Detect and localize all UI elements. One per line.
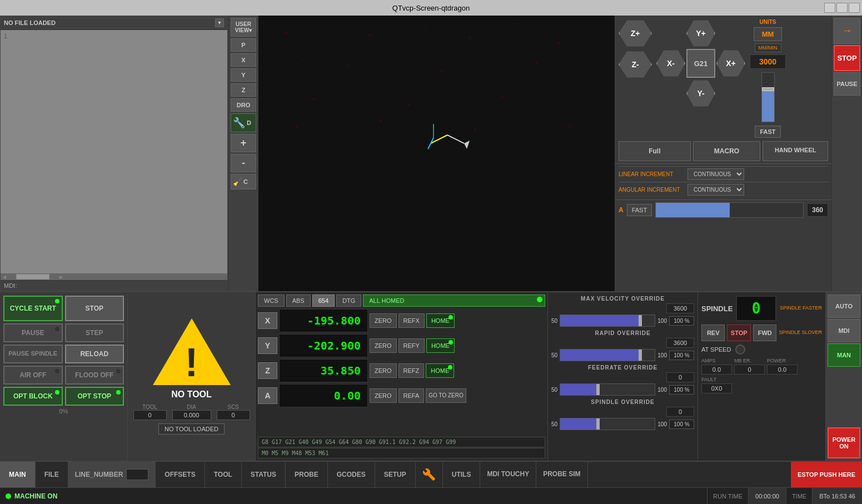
z-refz-button[interactable]: REFZ [398, 363, 425, 378]
zminus-button[interactable]: Z- [619, 50, 652, 79]
spindle-override-slider[interactable] [560, 418, 655, 430]
p-view-button[interactable]: P [231, 38, 256, 52]
angular-increment-select[interactable]: CONTINUOUS [687, 184, 744, 196]
mm-button[interactable]: MM [754, 27, 783, 41]
tab-mdi-touchy[interactable]: MDI TOUCHY [480, 462, 536, 487]
a-zero-button[interactable]: ZERO [370, 388, 397, 403]
estop-button[interactable]: ESTOP PUSH HERE [791, 462, 862, 487]
yminus-button[interactable]: Y- [686, 79, 715, 108]
maximize-button[interactable]: □ [836, 3, 848, 13]
g21-button[interactable]: G21 [686, 49, 715, 78]
tab-utils[interactable]: UTILS [443, 462, 481, 487]
feedrate-slider[interactable] [560, 383, 655, 396]
minimize-button[interactable]: — [824, 3, 835, 13]
plus-view-button[interactable]: + [231, 134, 256, 152]
speed-slider-handle[interactable] [762, 87, 774, 91]
abs-button[interactable]: ABS [286, 295, 311, 307]
user-view-button[interactable]: USER VIEW▾ [231, 18, 256, 37]
z-view-button[interactable]: Z [231, 83, 256, 97]
hand-wheel-button[interactable]: HAND WHEEL [763, 141, 828, 161]
full-button[interactable]: Full [619, 141, 691, 161]
g54-button[interactable]: 654 [312, 295, 335, 307]
mdi-mode-button[interactable]: MDI [828, 319, 860, 342]
zplus-button[interactable]: Z+ [619, 19, 652, 48]
d-view-button[interactable]: 🔧 D [231, 113, 256, 132]
all-homed-button[interactable]: ALL HOMED [363, 295, 545, 307]
fast-button[interactable]: FAST [755, 126, 780, 138]
y-view-button[interactable]: Y [231, 68, 256, 82]
tab-tool[interactable]: TOOL [205, 462, 242, 487]
flood-off-btn[interactable]: FLOOD OFF [65, 366, 124, 385]
scrollbar-thumb[interactable] [16, 274, 49, 280]
y-zero-button[interactable]: ZERO [370, 338, 397, 353]
x-refx-button[interactable]: REFX [398, 313, 425, 328]
x-view-button[interactable]: X [231, 53, 256, 67]
tab-setup[interactable]: SETUP [375, 462, 416, 487]
y-refy-button[interactable]: REFY [398, 338, 425, 353]
rapid-handle[interactable] [639, 350, 642, 361]
spindle-stop-button[interactable]: STOP [727, 325, 750, 341]
a-refa-button[interactable]: REFA [398, 388, 425, 403]
opt-stop-btn[interactable]: OPT STOP [65, 387, 124, 406]
tab-status[interactable]: STATUS [242, 462, 286, 487]
z-zero-button[interactable]: ZERO [370, 363, 397, 378]
x-zero-button[interactable]: ZERO [370, 313, 397, 328]
spindle-override-handle[interactable] [596, 418, 600, 430]
spindle-override-title: SPINDLE OVERRIDE [551, 399, 694, 405]
x-home-button[interactable]: HOME [426, 313, 455, 328]
rev-button[interactable]: REV [701, 325, 725, 341]
speed-slider[interactable] [761, 72, 775, 122]
spindle-info-section: AMPS 0.0 MB ER. 0 POWER 0.0 FAULT 0X0 [701, 358, 822, 393]
wcs-button[interactable]: WCS [258, 295, 285, 307]
z-home-button[interactable]: HOME [426, 363, 454, 378]
pause-button[interactable]: PAUSE [834, 72, 860, 96]
tab-main[interactable]: MAIN [0, 462, 36, 487]
tab-offsets[interactable]: OFFSETS [156, 462, 205, 487]
a-slider[interactable] [655, 202, 804, 218]
goto-zero-button[interactable]: GO TO ZERO [426, 388, 466, 403]
rapid-slider[interactable] [560, 349, 655, 361]
svg-point-5 [469, 37, 471, 39]
tab-file[interactable]: FILE [36, 462, 68, 487]
dtg-button[interactable]: DTG [336, 295, 361, 307]
close-button[interactable]: ✕ [849, 3, 860, 13]
line-number-input[interactable] [126, 469, 148, 480]
stop-button[interactable]: STOP [834, 45, 860, 71]
arrow-right-button[interactable]: → [834, 18, 860, 44]
yplus-button[interactable]: Y+ [686, 19, 715, 48]
c-view-button[interactable]: 🧹 C [231, 174, 256, 189]
viewport[interactable] [258, 16, 615, 291]
power-on-button[interactable]: POWER ON [828, 427, 860, 458]
tab-probe-sim[interactable]: PROBE SIM [536, 462, 587, 487]
pause-btn-cycle[interactable]: PAUSE [3, 323, 63, 342]
stop-btn-cycle[interactable]: STOP [65, 296, 124, 321]
reload-btn[interactable]: RELOAD [65, 345, 124, 363]
auto-button[interactable]: AUTO [828, 295, 860, 318]
max-vel-handle[interactable] [639, 315, 642, 326]
jog-yplus-cell: Y+ [686, 19, 715, 48]
linear-increment-select[interactable]: CONTINUOUS [687, 168, 744, 180]
minus-view-button[interactable]: - [231, 154, 256, 172]
pause-spindle-btn[interactable]: PAUSE SPINDLE [3, 345, 63, 363]
a-fast-button[interactable]: FAST [627, 204, 652, 216]
tab-gcodes[interactable]: GCODES [328, 462, 375, 487]
xplus-button[interactable]: X+ [716, 49, 745, 78]
air-off-btn[interactable]: AIR OFF [3, 366, 63, 385]
xminus-button[interactable]: X- [656, 49, 685, 78]
opt-block-btn[interactable]: OPT BLOCK [3, 387, 63, 406]
tab-icon-button[interactable] [416, 462, 443, 487]
tab-line-number[interactable]: LINE_NUMBER [68, 462, 156, 487]
fwd-button[interactable]: FWD [753, 325, 776, 341]
max-vel-slider[interactable] [560, 315, 655, 327]
tab-probe[interactable]: PROBE [286, 462, 328, 487]
step-btn-cycle[interactable]: STEP [65, 323, 124, 342]
y-home-button[interactable]: HOME [426, 338, 455, 353]
feedrate-handle[interactable] [596, 384, 600, 395]
code-scroll-button[interactable]: ▼ [215, 18, 224, 27]
code-scrollbar[interactable]: ◄ ► [1, 273, 227, 280]
cycle-start-button[interactable]: CYCLE START [3, 296, 63, 321]
macro-button[interactable]: MACRO [693, 141, 761, 161]
man-button[interactable]: MAN [828, 343, 860, 367]
spindle-slower-label: SPINDLE SLOVER [779, 325, 822, 341]
dro-view-button[interactable]: DRO [231, 98, 256, 112]
